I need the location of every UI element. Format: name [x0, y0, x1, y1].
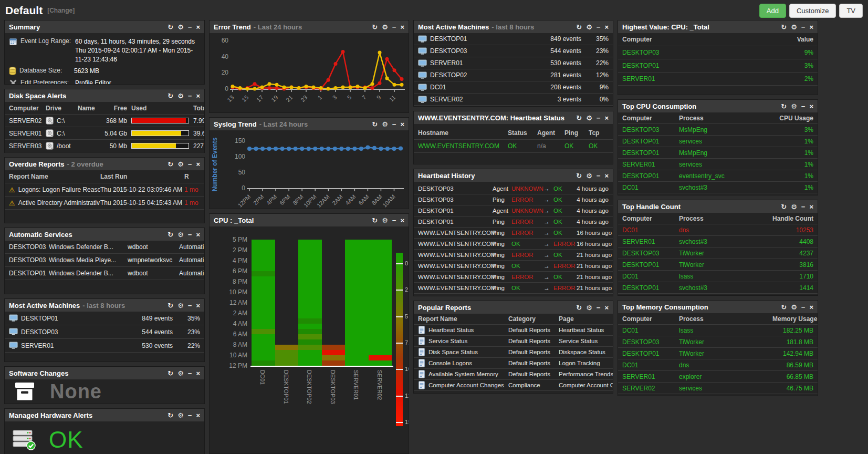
- gear-icon[interactable]: ⚙: [382, 217, 388, 224]
- gear-icon[interactable]: ⚙: [177, 161, 184, 168]
- panel-header[interactable]: Automatic Services ↻⚙−×: [5, 228, 204, 241]
- panel-header[interactable]: Popular Reports ↻⚙−×: [414, 301, 613, 314]
- refresh-icon[interactable]: ↻: [168, 370, 173, 377]
- refresh-icon[interactable]: ↻: [576, 304, 582, 311]
- minimize-icon[interactable]: −: [392, 24, 396, 30]
- minimize-icon[interactable]: −: [392, 121, 396, 128]
- close-icon[interactable]: ×: [196, 370, 200, 377]
- minimize-icon[interactable]: −: [392, 217, 396, 224]
- table-row[interactable]: DESKTOP03TiWorker181.8 MB: [618, 336, 818, 348]
- table-row[interactable]: ⚠Logons: Logon Failure ReasonsThu 2015-1…: [5, 183, 204, 197]
- close-icon[interactable]: ×: [604, 304, 609, 311]
- table-row[interactable]: DESKTOP01849 events35%: [5, 312, 204, 325]
- table-row[interactable]: DC01lsass1710: [618, 271, 818, 282]
- gear-icon[interactable]: ⚙: [791, 24, 797, 30]
- panel-header[interactable]: Top CPU Consumption ↻⚙−×: [618, 100, 818, 112]
- refresh-icon[interactable]: ↻: [781, 103, 787, 110]
- minimize-icon[interactable]: −: [188, 412, 192, 419]
- close-icon[interactable]: ×: [196, 302, 200, 309]
- table-row[interactable]: Console LogonsDefault ReportsLogon Track…: [414, 358, 613, 369]
- panel-header[interactable]: Error Trend - Last 24 hours ↻⚙−×: [210, 20, 409, 33]
- close-icon[interactable]: ×: [196, 412, 200, 419]
- gear-icon[interactable]: ⚙: [177, 412, 184, 419]
- table-row[interactable]: Computer Account ChangesComplianceComput…: [414, 380, 613, 391]
- minimize-icon[interactable]: −: [801, 24, 806, 30]
- table-row[interactable]: SERVER01svchost#34408: [618, 236, 818, 247]
- panel-header[interactable]: Highest Value: CPU: _Total ↻⚙−×: [618, 20, 818, 33]
- panel-header[interactable]: Most Active Machines - last 8 hours ↻⚙−×: [5, 299, 204, 312]
- minimize-icon[interactable]: −: [597, 115, 601, 121]
- minimize-icon[interactable]: −: [801, 203, 806, 210]
- table-row[interactable]: SERVER023 events0%: [414, 94, 613, 106]
- table-row[interactable]: SERVER01C:\5.04 Gb39.66 Gb: [5, 127, 204, 140]
- refresh-icon[interactable]: ↻: [372, 217, 378, 224]
- close-icon[interactable]: ×: [809, 203, 813, 210]
- refresh-icon[interactable]: ↻: [168, 92, 173, 99]
- heartbeat-history-row[interactable]: DESKTOP03PingERROR→OK4 hours ago: [414, 194, 613, 205]
- panel-header[interactable]: Syslog Trend - Last 24 hours ↻⚙−×: [210, 118, 409, 130]
- table-row[interactable]: DESKTOP01eventsentry_svc1%: [618, 170, 818, 182]
- table-row[interactable]: SERVER03/boot50 Mb227 Mb: [5, 140, 204, 152]
- panel-header[interactable]: CPU : _Total ↻⚙−×: [210, 214, 409, 226]
- close-icon[interactable]: ×: [604, 24, 609, 30]
- refresh-icon[interactable]: ↻: [576, 24, 582, 30]
- heartbeat-history-row[interactable]: WWW.EVENTSENTRY.COMPingOK→ERROR16 hours …: [414, 239, 613, 250]
- panel-header[interactable]: Most Active Machines - last 8 hours ↻⚙−×: [414, 20, 613, 33]
- minimize-icon[interactable]: −: [188, 231, 192, 238]
- heartbeat-history-row[interactable]: DESKTOP01AgentUNKNOWN→OK4 hours ago: [414, 205, 613, 216]
- panel-header[interactable]: WWW.EVENTSENTRY.COM: Heartbeat Status ↻⚙…: [414, 111, 613, 124]
- heartbeat-history-row[interactable]: WWW.EVENTSENTRY.COMPingERROR→OK21 hours …: [414, 272, 613, 283]
- gear-icon[interactable]: ⚙: [177, 302, 184, 309]
- gear-icon[interactable]: ⚙: [791, 103, 797, 110]
- table-row[interactable]: SERVER02C:\368 Mb7.99 Gb: [5, 115, 204, 127]
- minimize-icon[interactable]: −: [597, 172, 601, 179]
- table-row[interactable]: DC01lsass182.25 MB: [618, 325, 818, 336]
- table-row[interactable]: DESKTOP03Windows Defender B...wdbootAuto…: [5, 241, 204, 254]
- refresh-icon[interactable]: ↻: [372, 121, 378, 128]
- table-row[interactable]: Disk Space StatusDefault ReportsDiskspac…: [414, 347, 613, 358]
- minimize-icon[interactable]: −: [188, 161, 192, 168]
- gear-icon[interactable]: ⚙: [791, 203, 797, 210]
- table-row[interactable]: DESKTOP01svchost#31414: [618, 282, 818, 294]
- table-row[interactable]: DESKTOP02281 events12%: [414, 69, 613, 81]
- close-icon[interactable]: ×: [604, 115, 609, 121]
- panel-header[interactable]: Summary ↻⚙−×: [5, 20, 204, 33]
- minimize-icon[interactable]: −: [801, 103, 806, 110]
- close-icon[interactable]: ×: [809, 103, 813, 110]
- close-icon[interactable]: ×: [400, 24, 404, 30]
- summary-value[interactable]: Profile Editor: [75, 79, 111, 84]
- minimize-icon[interactable]: −: [188, 370, 192, 377]
- table-row[interactable]: ⚠Active Directory Administrative LogonsT…: [5, 197, 204, 210]
- refresh-icon[interactable]: ↻: [576, 115, 582, 121]
- gear-icon[interactable]: ⚙: [177, 24, 184, 30]
- table-row[interactable]: DESKTOP013%: [618, 59, 818, 73]
- heartbeat-history-row[interactable]: WWW.EVENTSENTRY.COMPingOK→ERROR21 hours …: [414, 261, 613, 272]
- gear-icon[interactable]: ⚙: [382, 121, 388, 128]
- table-row[interactable]: SERVER01530 events22%: [5, 339, 204, 353]
- table-row[interactable]: SERVER01explorer66.85 MB: [618, 371, 818, 383]
- close-icon[interactable]: ×: [604, 172, 609, 179]
- add-button[interactable]: Add: [759, 4, 786, 18]
- table-row[interactable]: Service StatusDefault ReportsService Sta…: [414, 336, 613, 347]
- refresh-icon[interactable]: ↻: [168, 24, 173, 30]
- heartbeat-history-row[interactable]: DESKTOP01PingERROR→OK4 hours ago: [414, 216, 613, 228]
- table-row[interactable]: SERVER02services46.75 MB: [618, 383, 818, 394]
- gear-icon[interactable]: ⚙: [586, 304, 592, 311]
- table-row[interactable]: DESKTOP03TiWorker4237: [618, 247, 818, 259]
- heartbeat-history-row[interactable]: WWW.EVENTSENTRY.COMPingERROR→OK21 hours …: [414, 250, 613, 261]
- gear-icon[interactable]: ⚙: [791, 304, 797, 311]
- refresh-icon[interactable]: ↻: [781, 203, 787, 210]
- heartbeat-history-row[interactable]: WWW.EVENTSENTRY.COMPingERROR→OK16 hours …: [414, 228, 613, 239]
- refresh-icon[interactable]: ↻: [781, 24, 787, 30]
- minimize-icon[interactable]: −: [188, 24, 192, 30]
- table-row[interactable]: DESKTOP03MsMpEng3%: [618, 124, 818, 136]
- refresh-icon[interactable]: ↻: [168, 161, 173, 168]
- gear-icon[interactable]: ⚙: [177, 231, 184, 238]
- table-row[interactable]: DC01dns86.59 MB: [618, 359, 818, 371]
- refresh-icon[interactable]: ↻: [168, 302, 173, 309]
- table-row[interactable]: DC01dns10253: [618, 224, 818, 236]
- close-icon[interactable]: ×: [809, 24, 813, 30]
- close-icon[interactable]: ×: [196, 231, 200, 238]
- close-icon[interactable]: ×: [809, 304, 813, 311]
- gear-icon[interactable]: ⚙: [586, 115, 592, 121]
